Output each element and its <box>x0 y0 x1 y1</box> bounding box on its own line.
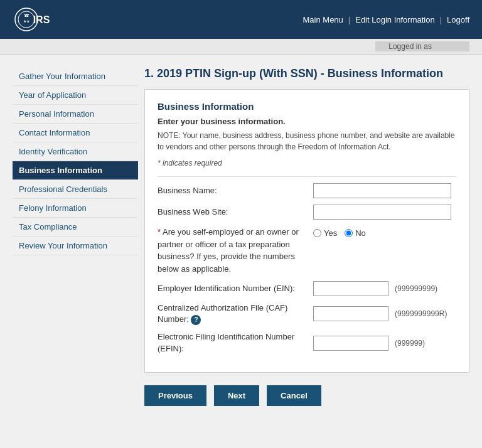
divider-1 <box>158 176 456 177</box>
sidebar-item-business-info[interactable]: Business Information <box>13 161 138 180</box>
efin-label: Electronic Filing Identification Number … <box>158 331 308 354</box>
main-container: Gather Your Information Year of Applicat… <box>0 55 482 446</box>
self-employed-text: Are you self-employed or an owner or par… <box>158 227 299 274</box>
efin-hint: (999999) <box>395 339 425 348</box>
sidebar-item-identity-verify[interactable]: Identity Verification <box>13 142 138 161</box>
ein-input-group: (999999999) <box>313 281 437 296</box>
required-note: indicates required <box>158 159 456 168</box>
page-header: ☎ ★★ IRS Main Menu | Edit Login Informat… <box>0 0 482 39</box>
radio-no-text: No <box>355 228 366 238</box>
logoff-link[interactable]: Logoff <box>447 15 469 24</box>
business-name-label: Business Name: <box>158 185 308 196</box>
cancel-button[interactable]: Cancel <box>267 385 321 406</box>
main-menu-link[interactable]: Main Menu <box>303 15 343 24</box>
login-bar: Logged in as <box>0 39 482 55</box>
business-website-label: Business Web Site: <box>158 206 308 218</box>
radio-no[interactable] <box>345 229 353 237</box>
radio-yes-text: Yes <box>324 228 337 238</box>
sidebar-item-tax-compliance[interactable]: Tax Compliance <box>13 218 138 237</box>
form-subtitle: Enter your business information. <box>158 117 456 126</box>
form-card-title: Business Information <box>158 101 456 112</box>
radio-yes-label[interactable]: Yes <box>313 228 337 238</box>
previous-button[interactable]: Previous <box>144 385 206 406</box>
sidebar-item-professional-cred[interactable]: Professional Credentials <box>13 180 138 199</box>
business-website-input[interactable] <box>313 205 451 220</box>
caf-help-icon[interactable]: ? <box>191 315 201 325</box>
self-employed-label: * Are you self-employed or an owner or p… <box>158 226 308 275</box>
svg-text:IRS: IRS <box>33 14 50 25</box>
sidebar-item-personal-info[interactable]: Personal Information <box>13 105 138 124</box>
business-website-row: Business Web Site: <box>158 205 456 220</box>
caf-label: Centralized Authorization File (CAF) Num… <box>158 302 308 325</box>
caf-input-group: (9999999999R) <box>313 306 447 321</box>
sidebar-item-contact-info[interactable]: Contact Information <box>13 124 138 142</box>
ein-hint: (999999999) <box>395 284 437 293</box>
business-name-input[interactable] <box>313 183 451 198</box>
header-nav: Main Menu | Edit Login Information | Log… <box>303 15 469 24</box>
irs-logo: ☎ ★★ IRS <box>13 6 50 33</box>
radio-yes[interactable] <box>313 229 321 237</box>
business-name-row: Business Name: <box>158 183 456 198</box>
ein-label: Employer Identification Number (EIN): <box>158 283 308 294</box>
efin-input-group: (999999) <box>313 336 425 351</box>
sidebar-item-review-info[interactable]: Review Your Information <box>13 237 138 255</box>
self-employed-radio-group: Yes No <box>313 226 366 238</box>
logo-area: ☎ ★★ IRS <box>13 6 50 33</box>
edit-login-link[interactable]: Edit Login Information <box>355 15 434 24</box>
efin-row: Electronic Filing Identification Number … <box>158 331 456 354</box>
sidebar-item-felony-info[interactable]: Felony Information <box>13 199 138 218</box>
sidebar: Gather Your Information Year of Applicat… <box>13 67 144 434</box>
caf-hint: (9999999999R) <box>395 309 447 318</box>
ein-input[interactable] <box>313 281 388 296</box>
form-note: NOTE: Your name, business address, busin… <box>158 130 456 152</box>
page-title: 1. 2019 PTIN Sign-up (With SSN) - Busine… <box>144 67 469 80</box>
ein-row: Employer Identification Number (EIN): (9… <box>158 281 456 296</box>
caf-label-text: Centralized Authorization File (CAF) Num… <box>158 303 287 324</box>
nav-sep-1: | <box>348 15 350 24</box>
efin-input[interactable] <box>313 336 388 351</box>
nav-sep-2: | <box>440 15 442 24</box>
form-card: Business Information Enter your business… <box>144 89 469 373</box>
sidebar-item-gather-info[interactable]: Gather Your Information <box>13 67 138 86</box>
button-row: Previous Next Cancel <box>144 385 469 406</box>
irs-logo-svg: ☎ ★★ IRS <box>13 6 50 33</box>
caf-input[interactable] <box>313 306 388 321</box>
radio-no-label[interactable]: No <box>345 228 366 238</box>
next-button[interactable]: Next <box>214 385 259 406</box>
svg-text:★★: ★★ <box>23 19 29 23</box>
self-employed-row: * Are you self-employed or an owner or p… <box>158 226 456 275</box>
content-area: 1. 2019 PTIN Sign-up (With SSN) - Busine… <box>144 67 469 434</box>
required-asterisk: * <box>158 227 163 237</box>
sidebar-item-year-app[interactable]: Year of Application <box>13 86 138 105</box>
svg-text:☎: ☎ <box>24 13 29 18</box>
caf-row: Centralized Authorization File (CAF) Num… <box>158 302 456 325</box>
logged-in-label: Logged in as <box>375 41 469 51</box>
